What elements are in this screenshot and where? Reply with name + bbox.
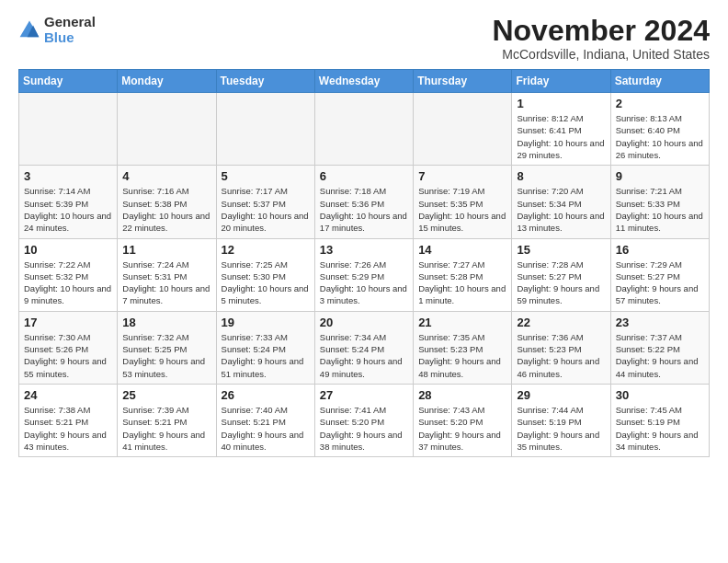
day-number: 12 — [222, 243, 310, 257]
day-info: Sunrise: 7:29 AM Sunset: 5:27 PM Dayligh… — [616, 259, 704, 307]
calendar-cell: 23Sunrise: 7:37 AM Sunset: 5:22 PM Dayli… — [610, 311, 709, 384]
calendar-cell: 28Sunrise: 7:43 AM Sunset: 5:20 PM Dayli… — [414, 384, 512, 456]
col-tuesday: Tuesday — [216, 70, 314, 93]
col-monday: Monday — [118, 70, 216, 93]
logo-general: General — [44, 15, 96, 30]
logo-text: General Blue — [44, 15, 96, 45]
day-number: 22 — [517, 316, 605, 329]
location: McCordsville, Indiana, United States — [492, 47, 710, 62]
calendar-cell: 6Sunrise: 7:18 AM Sunset: 5:36 PM Daylig… — [314, 166, 413, 238]
calendar-cell: 11Sunrise: 7:24 AM Sunset: 5:31 PM Dayli… — [118, 238, 216, 311]
day-info: Sunrise: 7:35 AM Sunset: 5:23 PM Dayligh… — [418, 331, 506, 380]
day-info: Sunrise: 7:43 AM Sunset: 5:20 PM Dayligh… — [418, 404, 506, 453]
col-thursday: Thursday — [414, 70, 512, 93]
col-wednesday: Wednesday — [314, 70, 413, 93]
logo: General Blue — [18, 15, 96, 45]
calendar-cell: 1Sunrise: 8:12 AM Sunset: 6:41 PM Daylig… — [512, 93, 610, 166]
calendar-cell: 12Sunrise: 7:25 AM Sunset: 5:30 PM Dayli… — [216, 238, 314, 311]
day-info: Sunrise: 7:36 AM Sunset: 5:23 PM Dayligh… — [517, 331, 605, 380]
day-info: Sunrise: 7:25 AM Sunset: 5:30 PM Dayligh… — [222, 259, 310, 307]
day-number: 2 — [616, 97, 704, 110]
day-info: Sunrise: 7:37 AM Sunset: 5:22 PM Dayligh… — [616, 331, 704, 380]
calendar-cell: 2Sunrise: 8:13 AM Sunset: 6:40 PM Daylig… — [610, 93, 709, 166]
day-info: Sunrise: 7:22 AM Sunset: 5:32 PM Dayligh… — [24, 259, 112, 307]
day-info: Sunrise: 8:13 AM Sunset: 6:40 PM Dayligh… — [616, 112, 704, 161]
day-number: 30 — [616, 388, 704, 402]
title-section: November 2024 McCordsville, Indiana, Uni… — [492, 15, 710, 62]
logo-blue: Blue — [44, 30, 96, 46]
day-info: Sunrise: 7:39 AM Sunset: 5:21 PM Dayligh… — [122, 404, 210, 453]
day-number: 5 — [222, 169, 310, 183]
day-info: Sunrise: 7:28 AM Sunset: 5:27 PM Dayligh… — [517, 259, 605, 307]
day-number: 21 — [418, 316, 506, 329]
calendar-cell: 29Sunrise: 7:44 AM Sunset: 5:19 PM Dayli… — [512, 384, 610, 456]
day-info: Sunrise: 7:41 AM Sunset: 5:20 PM Dayligh… — [320, 404, 408, 453]
day-number: 4 — [122, 169, 210, 183]
day-info: Sunrise: 7:21 AM Sunset: 5:33 PM Dayligh… — [616, 185, 704, 234]
week-row-2: 10Sunrise: 7:22 AM Sunset: 5:32 PM Dayli… — [19, 238, 710, 311]
calendar-cell: 21Sunrise: 7:35 AM Sunset: 5:23 PM Dayli… — [414, 311, 512, 384]
calendar-cell — [19, 93, 118, 166]
day-number: 11 — [122, 243, 210, 257]
logo-icon — [18, 19, 40, 41]
calendar-cell: 25Sunrise: 7:39 AM Sunset: 5:21 PM Dayli… — [118, 384, 216, 456]
calendar-cell: 24Sunrise: 7:38 AM Sunset: 5:21 PM Dayli… — [19, 384, 118, 456]
day-info: Sunrise: 7:34 AM Sunset: 5:24 PM Dayligh… — [320, 331, 408, 380]
calendar-cell: 10Sunrise: 7:22 AM Sunset: 5:32 PM Dayli… — [19, 238, 118, 311]
day-info: Sunrise: 8:12 AM Sunset: 6:41 PM Dayligh… — [517, 112, 605, 161]
day-info: Sunrise: 7:44 AM Sunset: 5:19 PM Dayligh… — [517, 404, 605, 453]
day-info: Sunrise: 7:16 AM Sunset: 5:38 PM Dayligh… — [122, 185, 210, 234]
calendar-cell: 26Sunrise: 7:40 AM Sunset: 5:21 PM Dayli… — [216, 384, 314, 456]
day-number: 16 — [616, 243, 704, 257]
day-info: Sunrise: 7:18 AM Sunset: 5:36 PM Dayligh… — [320, 185, 408, 234]
day-number: 14 — [418, 243, 506, 257]
day-info: Sunrise: 7:24 AM Sunset: 5:31 PM Dayligh… — [122, 259, 210, 307]
calendar-cell: 18Sunrise: 7:32 AM Sunset: 5:25 PM Dayli… — [118, 311, 216, 384]
day-number: 23 — [616, 316, 704, 329]
month-title: November 2024 — [492, 15, 710, 47]
day-number: 13 — [320, 243, 408, 257]
calendar-cell: 20Sunrise: 7:34 AM Sunset: 5:24 PM Dayli… — [314, 311, 413, 384]
day-info: Sunrise: 7:38 AM Sunset: 5:21 PM Dayligh… — [24, 404, 112, 453]
col-friday: Friday — [512, 70, 610, 93]
day-info: Sunrise: 7:17 AM Sunset: 5:37 PM Dayligh… — [222, 185, 310, 234]
calendar-cell — [118, 93, 216, 166]
day-info: Sunrise: 7:27 AM Sunset: 5:28 PM Dayligh… — [418, 259, 506, 307]
calendar-cell — [216, 93, 314, 166]
day-number: 25 — [122, 388, 210, 402]
week-row-0: 1Sunrise: 8:12 AM Sunset: 6:41 PM Daylig… — [19, 93, 710, 166]
day-info: Sunrise: 7:33 AM Sunset: 5:24 PM Dayligh… — [222, 331, 310, 380]
col-saturday: Saturday — [610, 70, 709, 93]
col-sunday: Sunday — [19, 70, 118, 93]
day-number: 10 — [24, 243, 112, 257]
calendar-cell: 27Sunrise: 7:41 AM Sunset: 5:20 PM Dayli… — [314, 384, 413, 456]
calendar-cell: 3Sunrise: 7:14 AM Sunset: 5:39 PM Daylig… — [19, 166, 118, 238]
calendar-cell: 19Sunrise: 7:33 AM Sunset: 5:24 PM Dayli… — [216, 311, 314, 384]
calendar-cell — [314, 93, 413, 166]
day-info: Sunrise: 7:45 AM Sunset: 5:19 PM Dayligh… — [616, 404, 704, 453]
day-number: 29 — [517, 388, 605, 402]
day-info: Sunrise: 7:30 AM Sunset: 5:26 PM Dayligh… — [24, 331, 112, 380]
calendar-cell: 13Sunrise: 7:26 AM Sunset: 5:29 PM Dayli… — [314, 238, 413, 311]
day-number: 20 — [320, 316, 408, 329]
day-info: Sunrise: 7:32 AM Sunset: 5:25 PM Dayligh… — [122, 331, 210, 380]
day-number: 17 — [24, 316, 112, 329]
day-number: 6 — [320, 169, 408, 183]
day-info: Sunrise: 7:14 AM Sunset: 5:39 PM Dayligh… — [24, 185, 112, 234]
calendar-table: Sunday Monday Tuesday Wednesday Thursday… — [18, 69, 710, 457]
calendar-cell: 22Sunrise: 7:36 AM Sunset: 5:23 PM Dayli… — [512, 311, 610, 384]
day-number: 24 — [24, 388, 112, 402]
calendar-cell: 17Sunrise: 7:30 AM Sunset: 5:26 PM Dayli… — [19, 311, 118, 384]
calendar-cell — [414, 93, 512, 166]
day-number: 3 — [24, 169, 112, 183]
calendar-cell: 8Sunrise: 7:20 AM Sunset: 5:34 PM Daylig… — [512, 166, 610, 238]
day-number: 7 — [418, 169, 506, 183]
day-number: 26 — [222, 388, 310, 402]
calendar-cell: 14Sunrise: 7:27 AM Sunset: 5:28 PM Dayli… — [414, 238, 512, 311]
calendar-cell: 16Sunrise: 7:29 AM Sunset: 5:27 PM Dayli… — [610, 238, 709, 311]
calendar-cell: 9Sunrise: 7:21 AM Sunset: 5:33 PM Daylig… — [610, 166, 709, 238]
week-row-1: 3Sunrise: 7:14 AM Sunset: 5:39 PM Daylig… — [19, 166, 710, 238]
header-section: General Blue November 2024 McCordsville,… — [18, 15, 710, 62]
day-number: 8 — [517, 169, 605, 183]
week-row-3: 17Sunrise: 7:30 AM Sunset: 5:26 PM Dayli… — [19, 311, 710, 384]
